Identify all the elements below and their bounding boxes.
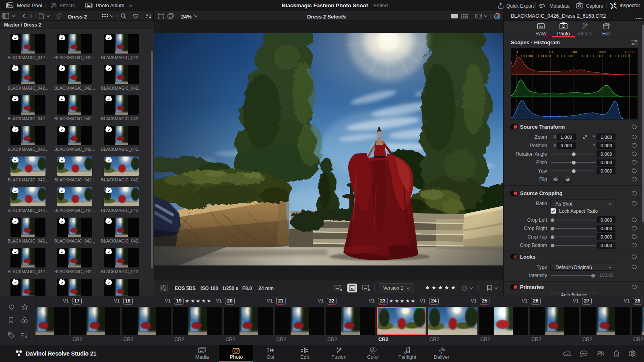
svg-text:100: 100 [571,50,577,54]
svg-text:10: 10 [549,50,553,54]
svg-text:1: 1 [532,50,534,54]
svg-text:0: 0 [516,50,518,54]
svg-text:1000: 1000 [598,50,606,54]
svg-text:10000: 10000 [624,50,634,54]
